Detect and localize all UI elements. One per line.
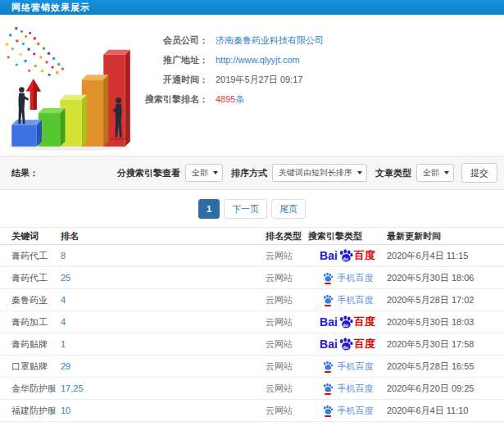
header-keyword: 关键词 xyxy=(0,228,61,245)
member-company-link[interactable]: 济南秦鲁药业科技有限公司 xyxy=(216,34,324,47)
open-time-row: 开通时间： 2019年5月27日 09:17 xyxy=(138,74,324,84)
engine-cell: Bai du 百度 手机百度 xyxy=(308,311,387,333)
company-info-fields: 会员公司： 济南秦鲁药业科技有限公司 推广地址： http://www.qlyy… xyxy=(138,23,324,156)
marketing-chart-image xyxy=(0,23,138,152)
rank-type-cell: 云网站 xyxy=(266,245,308,267)
baidu-mobile-paw-icon xyxy=(322,360,334,373)
promo-url-link[interactable]: http://www.qlyyjt.com xyxy=(216,55,300,65)
baidu-logo: Bai du 百度 xyxy=(320,337,375,352)
baidu-logo-bai-text: Bai xyxy=(320,338,338,351)
rank-type-cell: 云网站 xyxy=(266,378,308,400)
baidu-mobile-underline xyxy=(325,305,331,306)
rank-type-cell: 云网站 xyxy=(266,289,308,311)
baidu-mobile-label: 手机百度 xyxy=(338,360,374,373)
chevron-down-icon xyxy=(444,171,449,174)
table-row: Bai du 百度 手机百度 xyxy=(0,422,504,426)
promo-url-label: 推广地址： xyxy=(138,54,208,66)
rank-cell[interactable]: 4 xyxy=(61,289,266,311)
submit-button[interactable]: 提交 xyxy=(461,163,497,183)
chevron-down-icon xyxy=(357,171,362,174)
result-label: 结果： xyxy=(11,167,39,179)
updated-cell: 2020年5月30日 17:58 xyxy=(387,333,504,356)
baidu-logo-cn-text: 百度 xyxy=(354,315,375,329)
table-row: 口罩贴牌 29 云网站 Bai du 百度 手机百度 2020年5月28日 16… xyxy=(0,356,504,378)
rank-type-cell xyxy=(266,422,308,426)
promo-url-row: 推广地址： http://www.qlyyjt.com xyxy=(138,54,324,65)
baidu-mobile-paw-icon xyxy=(322,405,334,417)
next-page-button[interactable]: 下一页 xyxy=(224,199,267,219)
member-company-label: 会员公司： xyxy=(138,34,208,47)
rank-cell[interactable]: 25 xyxy=(61,267,266,289)
engine-filter-select[interactable]: 全部 xyxy=(185,164,223,182)
engine-cell: Bai du 百度 手机百度 xyxy=(308,267,387,289)
rank-cell[interactable]: 8 xyxy=(61,245,266,267)
rank-cell[interactable] xyxy=(61,422,266,426)
engine-filter-value: 全部 xyxy=(192,168,208,177)
updated-cell: 2020年5月30日 18:03 xyxy=(387,311,504,333)
baidu-mobile-underline xyxy=(325,393,331,395)
baidu-logo: Bai du 百度 xyxy=(320,315,375,330)
header-rank-type: 排名类型 xyxy=(266,228,308,245)
baidu-mobile-logo: 手机百度 xyxy=(322,405,374,417)
chevron-down-icon xyxy=(213,171,218,174)
baidu-logo-du-text: du xyxy=(343,345,348,350)
updated-cell: 2020年5月28日 17:02 xyxy=(387,289,504,311)
open-time-label: 开通时间： xyxy=(138,74,208,86)
baidu-logo-du-text: du xyxy=(343,256,348,261)
table-row: 膏药加工 4 云网站 Bai du 百度 手机百度 2020年5月30日 18:… xyxy=(0,311,504,333)
rank-cell[interactable]: 17,25 xyxy=(61,378,266,400)
header-engine-type: 搜索引擎类型 xyxy=(308,228,387,245)
baidu-logo-bai-text: Bai xyxy=(320,315,338,329)
baidu-mobile-paw-icon xyxy=(322,272,334,284)
rank-cell[interactable]: 1 xyxy=(61,333,266,356)
keyword-cell xyxy=(0,422,61,426)
updated-cell: 2020年6月4日 11:10 xyxy=(387,400,504,422)
article-type-value: 全部 xyxy=(423,168,439,177)
last-page-button[interactable]: 尾页 xyxy=(271,199,306,219)
page-button-current[interactable]: 1 xyxy=(198,199,220,219)
rank-cell[interactable]: 4 xyxy=(61,311,266,333)
member-company-row: 会员公司： 济南秦鲁药业科技有限公司 xyxy=(138,34,324,45)
baidu-mobile-logo: 手机百度 xyxy=(322,272,374,284)
engine-cell: Bai du 百度 手机百度 xyxy=(308,400,387,422)
engine-cell: Bai du 百度 手机百度 xyxy=(308,333,387,356)
keyword-cell: 福建防护服 xyxy=(0,400,61,422)
filter-bar: 结果： 分搜索引擎查看 全部 排序方式 关键词由短到长排序 文章类型 全部 提交 xyxy=(0,156,504,190)
baidu-mobile-paw-icon xyxy=(322,383,334,395)
baidu-mobile-label: 手机百度 xyxy=(338,294,374,306)
businessman-left xyxy=(18,87,29,124)
rank-cell[interactable]: 29 xyxy=(61,356,266,378)
engine-cell: Bai du 百度 手机百度 xyxy=(308,378,387,400)
baidu-logo: Bai du 百度 xyxy=(320,248,375,264)
open-time-value: 2019年5月27日 09:17 xyxy=(216,74,302,86)
rank-cell[interactable]: 10 xyxy=(61,400,266,422)
results-table: 关键词 排名 排名类型 搜索引擎类型 最新更新时间 膏药代工 8 云网站 Bai… xyxy=(0,227,504,426)
header-rank: 排名 xyxy=(61,228,266,245)
engine-cell: Bai du 百度 手机百度 xyxy=(308,289,387,311)
sort-filter-value: 关键词由短到长排序 xyxy=(279,168,352,177)
baidu-mobile-logo: 手机百度 xyxy=(322,294,374,306)
results-table-body: 膏药代工 8 云网站 Bai du 百度 手机百度 2020年6月4日 11:1… xyxy=(0,245,504,426)
baidu-mobile-label: 手机百度 xyxy=(338,383,374,395)
rank-type-cell: 云网站 xyxy=(266,356,308,378)
baidu-logo-du-text: du xyxy=(343,323,348,328)
engine-filter-label: 分搜索引擎查看 xyxy=(117,167,180,179)
article-type-label: 文章类型 xyxy=(375,167,411,179)
engine-cell: Bai du 百度 手机百度 xyxy=(308,422,387,426)
keyword-cell: 金华防护服 xyxy=(0,378,61,400)
sort-filter-select[interactable]: 关键词由短到长排序 xyxy=(272,164,367,182)
engine-cell: Bai du 百度 手机百度 xyxy=(308,245,387,267)
baidu-mobile-label: 手机百度 xyxy=(338,405,374,417)
engine-rank-row: 搜索引擎排名： 4895 条 xyxy=(138,93,324,104)
header-updated: 最新更新时间 xyxy=(387,228,504,245)
table-row: 膏药代工 8 云网站 Bai du 百度 手机百度 2020年6月4日 11:1… xyxy=(0,245,504,267)
info-section: 会员公司： 济南秦鲁药业科技有限公司 推广地址： http://www.qlyy… xyxy=(0,15,504,156)
page-title: 网络营销效果展示 xyxy=(11,2,90,12)
baidu-logo-bai-text: Bai xyxy=(320,249,338,262)
table-row: 膏药贴牌 1 云网站 Bai du 百度 手机百度 2020年5月30日 17:… xyxy=(0,333,504,356)
keyword-cell: 膏药加工 xyxy=(0,311,61,333)
table-row: 福建防护服 10 云网站 Bai du 百度 手机百度 2020年6月4日 11… xyxy=(0,400,504,422)
baidu-mobile-label: 手机百度 xyxy=(338,272,374,284)
keyword-cell: 膏药代工 xyxy=(0,245,61,267)
article-type-select[interactable]: 全部 xyxy=(416,164,454,182)
